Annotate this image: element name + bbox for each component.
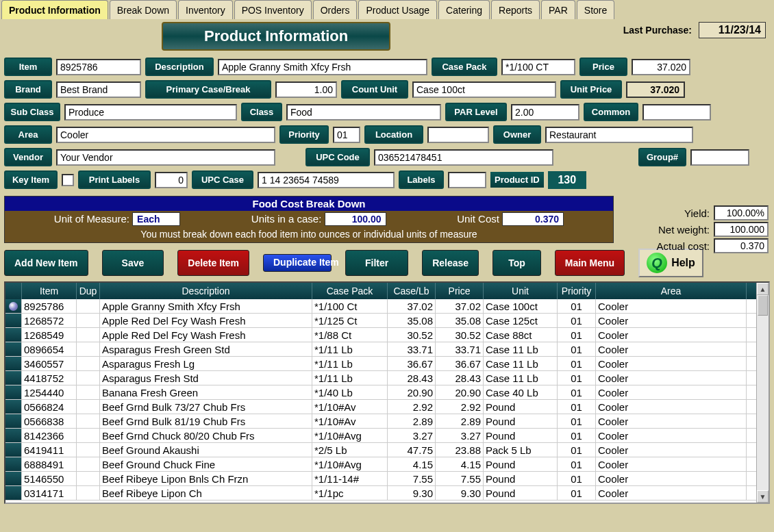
upc-case-label[interactable]: UPC Case (192, 170, 253, 189)
tab-product-usage[interactable]: Product Usage (358, 0, 437, 19)
group-input[interactable] (690, 149, 749, 166)
tab-reports[interactable]: Reports (491, 0, 540, 19)
par-level-input[interactable] (511, 104, 579, 121)
grid-header-casepack[interactable]: Case Pack (312, 283, 388, 299)
labels-label[interactable]: Labels (399, 170, 444, 189)
primary-case-break-label[interactable]: Primary Case/Break (145, 80, 271, 99)
par-level-label[interactable]: PAR Level (445, 103, 507, 121)
tab-orders[interactable]: Orders (313, 0, 358, 19)
grid-scrollbar[interactable]: ▲ ▼ (756, 283, 769, 503)
description-label[interactable]: Description (145, 58, 214, 76)
grid-header-description[interactable]: Description (100, 283, 312, 299)
table-row[interactable]: 8925786Apple Granny Smith Xfcy Frsh*1/10… (5, 299, 756, 314)
price-label[interactable]: Price (579, 58, 627, 76)
upc-code-input[interactable] (374, 149, 553, 166)
tab-catering[interactable]: Catering (438, 0, 490, 19)
table-row[interactable]: 5146550Beef Ribeye Lipon Bnls Ch Frzn*1/… (5, 472, 756, 486)
grid-header-caselb[interactable]: Case/Lb (388, 283, 436, 299)
scroll-up-icon[interactable]: ▲ (757, 283, 769, 295)
tab-pos-inventory[interactable]: POS Inventory (234, 0, 312, 19)
owner-input[interactable] (545, 127, 693, 143)
table-row[interactable]: 0566838Beef Grnd Bulk 81/19 Chub Frs*1/1… (5, 414, 756, 429)
table-row[interactable]: 0566824Beef Grnd Bulk 73/27 Chub Frs*1/1… (5, 400, 756, 414)
brand-label[interactable]: Brand (4, 80, 52, 99)
uom-input[interactable] (132, 212, 180, 226)
table-row[interactable]: 0314171Beef Ribeye Lipon Ch*1/1pc9.309.3… (5, 486, 756, 501)
row-selector[interactable] (5, 414, 22, 428)
vendor-input[interactable] (56, 149, 275, 166)
yield-input[interactable] (714, 205, 769, 220)
scroll-down-icon[interactable]: ▼ (757, 490, 769, 503)
grid-header-priority[interactable]: Priority (558, 283, 596, 299)
row-selector[interactable] (5, 429, 22, 442)
labels-input[interactable] (448, 172, 486, 188)
row-selector[interactable] (5, 357, 22, 370)
row-selector[interactable] (5, 486, 22, 500)
filter-button[interactable]: Filter (345, 250, 408, 276)
casepack-input[interactable] (501, 59, 575, 75)
upc-case-input[interactable] (258, 172, 395, 188)
subclass-input[interactable] (64, 104, 237, 121)
row-selector[interactable] (5, 457, 22, 471)
tab-inventory[interactable]: Inventory (178, 0, 233, 19)
row-selector[interactable] (5, 299, 22, 313)
row-selector[interactable] (5, 472, 22, 485)
subclass-label[interactable]: Sub Class (4, 103, 60, 121)
table-row[interactable]: 1268572Apple Red Del Fcy Wash Fresh*1/12… (5, 314, 756, 328)
row-selector[interactable] (5, 400, 22, 414)
actual-cost-input[interactable] (714, 238, 769, 253)
description-input[interactable] (218, 59, 427, 75)
common-label[interactable]: Common (584, 103, 638, 121)
location-input[interactable] (427, 127, 489, 143)
add-new-item-button[interactable]: Add New Item (4, 250, 88, 276)
upc-code-label[interactable]: UPC Code (305, 148, 370, 166)
table-row[interactable]: 8142366Beef Grnd Chuck 80/20 Chub Frs*1/… (5, 429, 756, 443)
print-labels-label[interactable]: Print Labels (78, 170, 151, 189)
item-input[interactable] (56, 59, 141, 75)
tab-product-information[interactable]: Product Information (1, 0, 108, 19)
unit-cost-input[interactable] (502, 212, 564, 226)
row-selector[interactable] (5, 371, 22, 385)
count-unit-input[interactable] (412, 81, 556, 98)
row-selector[interactable] (5, 443, 22, 457)
grid-header-unit[interactable]: Unit (484, 283, 558, 299)
casepack-label[interactable]: Case Pack (432, 58, 497, 76)
unit-price-label[interactable]: Unit Price (560, 80, 622, 99)
row-selector[interactable] (5, 342, 22, 356)
common-input[interactable] (642, 104, 711, 121)
class-input[interactable] (286, 104, 441, 121)
group-label[interactable]: Group# (638, 148, 686, 166)
item-label[interactable]: Item (4, 58, 52, 76)
brand-input[interactable] (56, 81, 141, 98)
units-in-case-input[interactable] (325, 212, 386, 226)
class-label[interactable]: Class (241, 103, 282, 121)
primary-case-break-input[interactable] (275, 81, 337, 98)
grid-header-price[interactable]: Price (436, 283, 484, 299)
price-input[interactable] (632, 59, 690, 75)
net-weight-input[interactable] (714, 222, 769, 237)
owner-label[interactable]: Owner (493, 125, 541, 144)
row-selector[interactable] (5, 385, 22, 399)
duplicate-item-button[interactable]: Duplicate Item (263, 254, 332, 271)
print-labels-input[interactable] (155, 172, 188, 188)
scroll-thumb[interactable] (758, 295, 768, 316)
table-row[interactable]: 1254440Banana Fresh Green*1/40 Lb20.9020… (5, 385, 756, 400)
key-item-checkbox[interactable] (62, 174, 74, 186)
top-button[interactable]: Top (492, 250, 541, 276)
tab-break-down[interactable]: Break Down (110, 0, 177, 19)
tab-par[interactable]: PAR (541, 0, 575, 19)
grid-header-item[interactable]: Item (22, 283, 77, 299)
location-label[interactable]: Location (364, 125, 423, 144)
priority-label[interactable]: Priority (279, 125, 329, 144)
table-row[interactable]: 0896654Asparagus Fresh Green Std*1/11 Lb… (5, 342, 756, 357)
row-selector[interactable] (5, 314, 22, 327)
count-unit-label[interactable]: Count Unit (341, 80, 408, 99)
table-row[interactable]: 6419411Beef Ground Akaushi*2/5 Lb47.7523… (5, 443, 756, 457)
table-row[interactable]: 3460557Asparagus Fresh Lg*1/11 Lb36.6736… (5, 357, 756, 371)
grid-header-dup[interactable]: Dup (77, 283, 100, 299)
delete-item-button[interactable]: Delete Item (177, 250, 249, 276)
area-label[interactable]: Area (4, 125, 52, 144)
table-row[interactable]: 6888491Beef Ground Chuck Fine*1/10#Avg4.… (5, 457, 756, 472)
table-row[interactable]: 1268549Apple Red Del Fcy Wash Fresh*1/88… (5, 328, 756, 342)
grid-header-area[interactable]: Area (596, 283, 747, 299)
